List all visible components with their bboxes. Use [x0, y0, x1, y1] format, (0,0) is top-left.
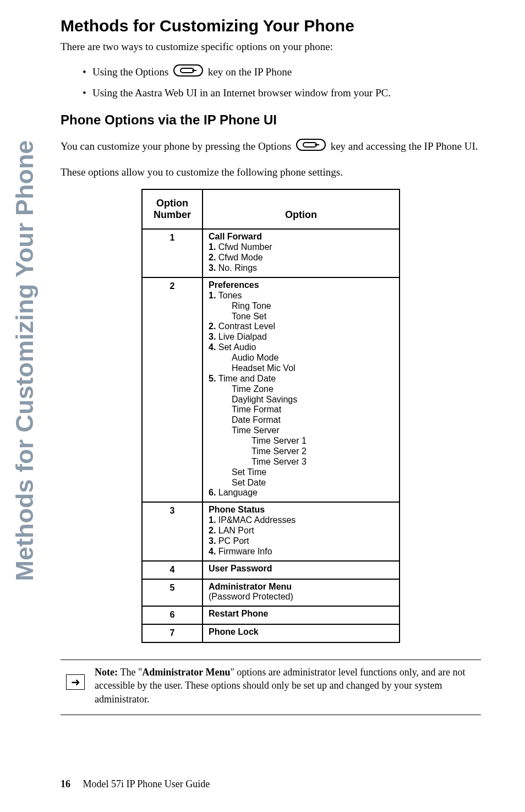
option-subline: Time Server — [209, 426, 393, 436]
note-label: Note: — [95, 667, 120, 678]
page-number: 16 — [61, 778, 70, 789]
note-block: ➜ Note: The "Administrator Menu" options… — [61, 660, 481, 715]
bullet-text-pre: Using the Options — [92, 66, 171, 78]
option-title: Call Forward — [209, 232, 393, 242]
body-text-2: These options allow you to customize the… — [61, 165, 481, 181]
table-row: 7Phone Lock — [142, 624, 400, 642]
table-cell-option: Preferences1. TonesRing ToneTone Set2. C… — [203, 277, 400, 502]
option-line-number: 1. — [209, 291, 218, 300]
body1-post: key and accessing the IP Phone UI. — [331, 140, 478, 152]
bullet-text-pre: Using the Aastra Web UI in an Internet b… — [92, 87, 391, 99]
option-line: 2. Contrast Level — [209, 321, 393, 332]
option-subline2: Time Server 2 — [209, 446, 393, 457]
note-bold: Administrator Menu — [142, 667, 230, 678]
svg-rect-3 — [297, 139, 325, 150]
option-plain: (Password Protected) — [209, 592, 393, 602]
table-cell-number: 2 — [142, 277, 203, 502]
table-row: 4User Password — [142, 561, 400, 579]
option-line-number: 3. — [209, 263, 218, 273]
table-cell-number: 6 — [142, 606, 203, 624]
option-line: 3. Live Dialpad — [209, 332, 393, 342]
option-line: 4. Set Audio — [209, 342, 393, 353]
table-row: 5Administrator Menu(Password Protected) — [142, 579, 400, 607]
page-content: Methods for Customizing Your Phone There… — [0, 0, 525, 715]
option-subline: Time Zone — [209, 384, 393, 395]
option-line: 5. Time and Date — [209, 374, 393, 384]
option-line: 2. Cfwd Mode — [209, 253, 393, 263]
bullet-list: Using the Options key on the IP Phone Us… — [83, 64, 481, 101]
table-row: 6Restart Phone — [142, 606, 400, 624]
option-subline: Ring Tone — [209, 301, 393, 312]
option-line: 2. LAN Port — [209, 526, 393, 536]
table-header-number: Option Number — [142, 189, 203, 229]
table-cell-option: Call Forward1. Cfwd Number2. Cfwd Mode3.… — [203, 229, 400, 277]
page-footer: 16 Model 57i IP Phone User Guide — [61, 778, 210, 790]
table-cell-option: Phone Lock — [203, 624, 400, 642]
option-subline2: Time Server 1 — [209, 436, 393, 446]
options-key-icon — [173, 64, 203, 81]
option-title: Administrator Menu — [209, 582, 393, 592]
option-subline: Audio Mode — [209, 353, 393, 363]
option-line-number: 6. — [209, 488, 218, 497]
option-title: Phone Lock — [209, 627, 393, 637]
option-subline: Time Format — [209, 405, 393, 415]
intro-text: There are two ways to customize specific… — [61, 40, 481, 55]
option-subline: Daylight Savings — [209, 395, 393, 405]
option-line: 3. PC Port — [209, 536, 393, 547]
table-cell-number: 7 — [142, 624, 203, 642]
table-row: 2Preferences1. TonesRing ToneTone Set2. … — [142, 277, 400, 502]
note-text: Note: The "Administrator Menu" options a… — [95, 666, 481, 706]
option-subline: Set Date — [209, 478, 393, 488]
table-row: 3Phone Status1. IP&MAC Addresses2. LAN P… — [142, 502, 400, 560]
subsection-title: Phone Options via the IP Phone UI — [61, 112, 481, 128]
option-title: User Password — [209, 564, 393, 574]
option-line-number: 1. — [209, 242, 218, 252]
option-line-number: 1. — [209, 515, 218, 525]
option-subline: Tone Set — [209, 312, 393, 322]
option-subline: Date Format — [209, 415, 393, 426]
svg-rect-0 — [174, 65, 203, 76]
option-line: 6. Language — [209, 488, 393, 498]
note-arrow-icon: ➜ — [66, 674, 85, 690]
side-tab: Methods for Customizing Your Phone — [6, 17, 44, 705]
table-cell-number: 4 — [142, 561, 203, 579]
option-line-number: 3. — [209, 536, 218, 546]
option-line: 1. Cfwd Number — [209, 242, 393, 253]
table-cell-number: 3 — [142, 502, 203, 560]
option-title: Preferences — [209, 280, 393, 291]
option-line-number: 4. — [209, 547, 218, 556]
side-tab-text: Methods for Customizing Your Phone — [10, 140, 39, 581]
option-line: 3. No. Rings — [209, 263, 393, 274]
option-line-number: 3. — [209, 332, 218, 341]
option-line-number: 2. — [209, 526, 218, 535]
bullet-item: Using the Aastra Web UI in an Internet b… — [83, 85, 481, 101]
bullet-text-post: key on the IP Phone — [208, 66, 292, 78]
table-header-row: Option Number Option — [142, 189, 400, 229]
option-line: 4. Firmware Info — [209, 547, 393, 557]
table-cell-option: Restart Phone — [203, 606, 400, 624]
option-line-number: 5. — [209, 374, 218, 383]
table-header-option: Option — [203, 189, 400, 229]
option-title: Phone Status — [209, 505, 393, 515]
table-cell-number: 1 — [142, 229, 203, 277]
footer-text: Model 57i IP Phone User Guide — [83, 778, 210, 789]
option-subline2: Time Server 3 — [209, 457, 393, 467]
options-key-icon — [296, 139, 326, 156]
option-subline: Set Time — [209, 467, 393, 478]
page-title: Methods for Customizing Your Phone — [61, 17, 481, 35]
option-line: 1. IP&MAC Addresses — [209, 515, 393, 526]
table-cell-option: User Password — [203, 561, 400, 579]
option-line-number: 2. — [209, 321, 218, 331]
option-line-number: 4. — [209, 342, 218, 352]
table-row: 1Call Forward1. Cfwd Number2. Cfwd Mode3… — [142, 229, 400, 277]
option-title: Restart Phone — [209, 609, 393, 619]
body1-pre: You can customize your phone by pressing… — [61, 140, 294, 152]
option-line: 1. Tones — [209, 291, 393, 301]
options-table: Option Number Option 1Call Forward1. Cfw… — [141, 189, 400, 643]
note-pre: The " — [120, 667, 142, 678]
table-cell-number: 5 — [142, 579, 203, 607]
table-cell-option: Phone Status1. IP&MAC Addresses2. LAN Po… — [203, 502, 400, 560]
bullet-item: Using the Options key on the IP Phone — [83, 64, 481, 81]
body-text-1: You can customize your phone by pressing… — [61, 139, 481, 156]
option-line-number: 2. — [209, 253, 218, 262]
